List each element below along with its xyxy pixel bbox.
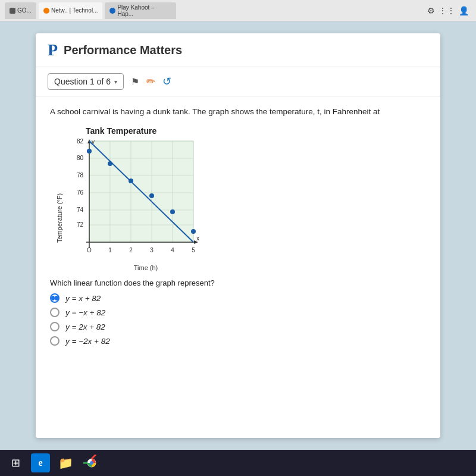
choice-b-text: y = −x + 82 bbox=[65, 308, 105, 317]
svg-point-33 bbox=[87, 149, 92, 154]
svg-text:76: 76 bbox=[77, 189, 84, 196]
svg-text:82: 82 bbox=[77, 138, 84, 145]
pencil-icon[interactable]: ✏ bbox=[146, 75, 155, 88]
svg-point-34 bbox=[108, 161, 112, 166]
svg-point-38 bbox=[191, 229, 196, 234]
svg-point-40 bbox=[90, 461, 93, 465]
browser-tab-1[interactable]: GO... bbox=[5, 2, 36, 19]
answer-choices: y = x + 82 y = −x + 82 y = 2x + 82 y = −… bbox=[50, 293, 426, 346]
x-axis-label: Time (h) bbox=[89, 264, 202, 271]
svg-text:5: 5 bbox=[192, 247, 195, 253]
main-area: P Performance Matters Question 1 of 6 ▾ … bbox=[0, 21, 476, 450]
svg-text:4: 4 bbox=[171, 247, 174, 253]
choice-b[interactable]: y = −x + 82 bbox=[50, 308, 426, 317]
svg-text:3: 3 bbox=[150, 247, 154, 253]
svg-text:80: 80 bbox=[77, 155, 84, 161]
question-nav: Question 1 of 6 ▾ ⚑ ✏ ↺ bbox=[36, 67, 440, 96]
svg-point-37 bbox=[170, 209, 175, 214]
choice-c-text: y = 2x + 82 bbox=[65, 322, 105, 331]
answer-prompt: Which linear function does the graph rep… bbox=[50, 278, 426, 287]
svg-text:72: 72 bbox=[77, 221, 84, 228]
question-label: Question 1 of 6 bbox=[54, 77, 111, 86]
folder-button[interactable]: 📁 bbox=[55, 452, 76, 474]
choice-d-text: y = −2x + 82 bbox=[65, 337, 110, 346]
grid-icon[interactable]: ⋮⋮ bbox=[439, 6, 455, 15]
graph-svg: 82 80 78 76 74 72 O 1 2 3 4 5 bbox=[65, 138, 202, 263]
question-selector[interactable]: Question 1 of 6 ▾ bbox=[48, 73, 124, 90]
windows-icon: ⊞ bbox=[11, 456, 20, 469]
flag-icon[interactable]: ⚑ bbox=[131, 76, 139, 87]
chrome-icon bbox=[83, 455, 100, 471]
refresh-icon[interactable]: ↺ bbox=[162, 75, 171, 88]
choice-d[interactable]: y = −2x + 82 bbox=[50, 336, 426, 346]
browser-bar: GO... Netw.. | Technol... Play Kahoot – … bbox=[0, 0, 476, 21]
svg-point-35 bbox=[129, 178, 133, 183]
content-card: P Performance Matters Question 1 of 6 ▾ … bbox=[36, 33, 440, 438]
svg-text:2: 2 bbox=[129, 247, 133, 253]
dropdown-arrow-icon: ▾ bbox=[114, 79, 117, 85]
pm-title: Performance Matters bbox=[64, 43, 182, 57]
browser-tab-3[interactable]: Play Kahoot – Hap... bbox=[105, 2, 176, 19]
graph-container: Tank Temperature Temperature (°F) bbox=[50, 126, 426, 271]
svg-point-36 bbox=[149, 193, 154, 198]
settings-icon[interactable]: ⚙ bbox=[427, 6, 435, 15]
edge-icon: e bbox=[38, 458, 42, 468]
browser-tab-2[interactable]: Netw.. | Technol... bbox=[39, 2, 103, 19]
question-content: A school carnival is having a dunk tank.… bbox=[36, 96, 440, 355]
svg-text:x: x bbox=[196, 235, 199, 242]
y-axis-label: Temperature (°F) bbox=[56, 164, 63, 271]
choice-a-text: y = x + 82 bbox=[65, 294, 101, 303]
radio-d[interactable] bbox=[50, 336, 60, 346]
edge-button[interactable]: e bbox=[31, 453, 50, 472]
svg-text:78: 78 bbox=[77, 172, 84, 178]
windows-button[interactable]: ⊞ bbox=[5, 452, 26, 474]
folder-icon: 📁 bbox=[58, 456, 73, 470]
pm-logo: P bbox=[48, 42, 58, 58]
pm-header: P Performance Matters bbox=[36, 33, 440, 67]
radio-c[interactable] bbox=[50, 322, 60, 331]
chrome-button[interactable] bbox=[81, 452, 102, 474]
svg-text:O: O bbox=[87, 247, 92, 253]
choice-a[interactable]: y = x + 82 bbox=[50, 293, 426, 303]
graph-wrap: Temperature (°F) bbox=[56, 138, 426, 271]
user-icon[interactable]: 👤 bbox=[459, 6, 469, 15]
radio-a[interactable] bbox=[50, 293, 60, 303]
radio-b[interactable] bbox=[50, 308, 60, 317]
graph-title: Tank Temperature bbox=[86, 126, 426, 136]
graph-inner: 82 80 78 76 74 72 O 1 2 3 4 5 bbox=[65, 138, 202, 271]
svg-text:1: 1 bbox=[108, 247, 112, 253]
svg-text:74: 74 bbox=[77, 206, 84, 213]
choice-c[interactable]: y = 2x + 82 bbox=[50, 322, 426, 331]
question-text: A school carnival is having a dunk tank.… bbox=[50, 106, 426, 118]
taskbar: ⊞ e 📁 bbox=[0, 450, 476, 476]
